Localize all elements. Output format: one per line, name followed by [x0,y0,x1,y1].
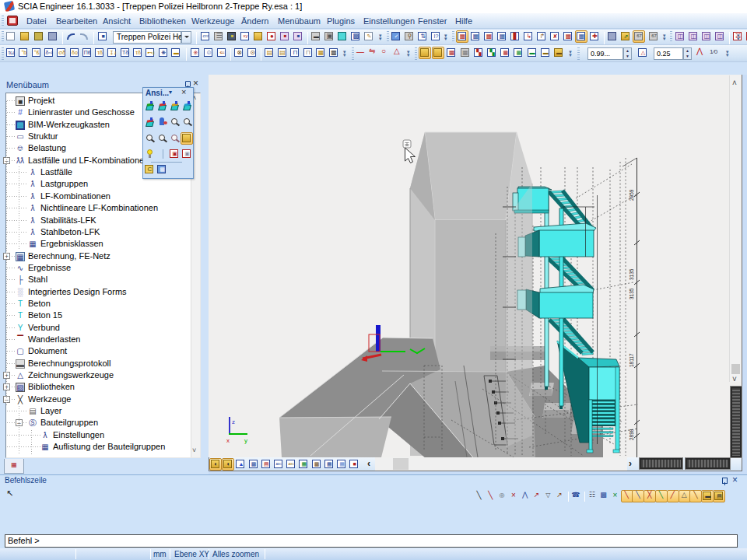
svg-text:z: z [232,418,235,425]
svg-text:3135: 3135 [629,268,634,280]
svg-text:x: x [226,437,230,444]
svg-text:18117: 18117 [629,353,634,367]
svg-text:3135: 3135 [629,288,634,299]
svg-text:y: y [244,437,247,444]
svg-text:2959: 2959 [629,189,634,201]
svg-text:2898: 2898 [629,429,634,440]
